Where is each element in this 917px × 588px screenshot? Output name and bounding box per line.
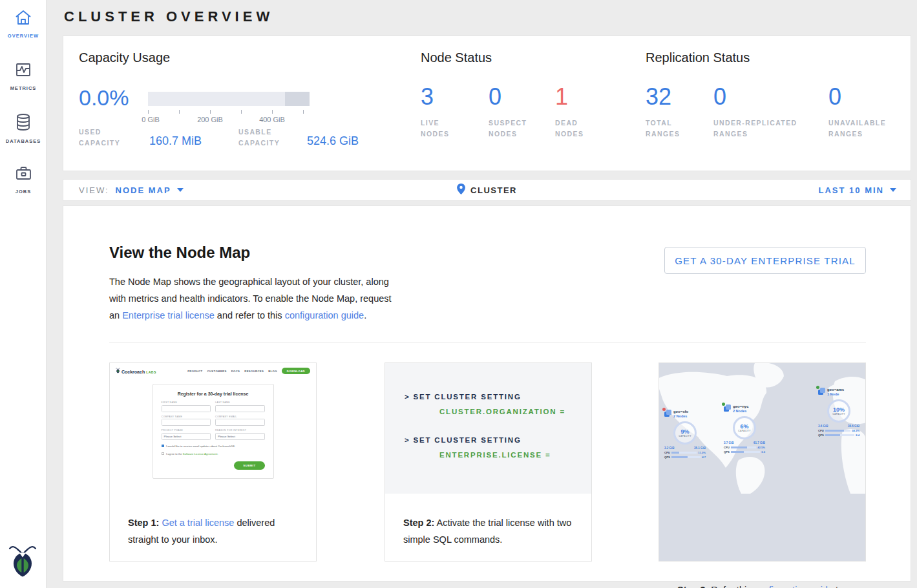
field-input	[162, 405, 211, 412]
step2-thumbnail: > SET CLUSTER SETTING CLUSTER.ORGANIZATI…	[385, 363, 591, 494]
time-range-value: LAST 10 MIN	[819, 185, 884, 195]
step-number: Step 3:	[677, 585, 708, 588]
field-select: Please Select	[162, 433, 211, 440]
field-label: FIRST NAME	[162, 401, 211, 404]
metrics-icon	[15, 61, 32, 81]
suspect-nodes-stat: 0 SUSPECT NODES	[489, 85, 527, 140]
capacity-gauge: 6% CAPACITY	[733, 416, 756, 439]
step2-caption: Step 2: Activate the trial license with …	[385, 494, 591, 548]
sidebar-item-jobs[interactable]: JOBS	[0, 165, 47, 194]
live-nodes-stat: 3 LIVE NODES	[421, 85, 449, 140]
locality-ams: geo=ams 1 Node 10% CAPACITY 3.6 GiB36.6 …	[818, 388, 859, 437]
capacity-bar-usable-segment	[148, 92, 285, 106]
page-title: CLUSTER OVERVIEW	[64, 8, 273, 25]
download-pill: DOWNLOAD	[282, 368, 310, 374]
jobs-icon	[15, 165, 32, 184]
field-label: PROJECT PHASE	[162, 429, 211, 432]
field-input	[162, 419, 211, 426]
sidebar-item-label: OVERVIEW	[8, 33, 39, 39]
axis-tick	[179, 110, 180, 114]
section-divider	[109, 342, 866, 342]
sidebar-item-label: JOBS	[16, 189, 31, 194]
section-heading: View the Node Map	[109, 244, 250, 262]
logo-suffix: LABS	[146, 370, 156, 374]
unavailable-ranges-label: UNAVAILABLE RANGES	[828, 118, 886, 140]
form-title: Register for a 30-day trial license	[162, 392, 265, 396]
cockroachdb-logo-icon	[8, 544, 37, 580]
node-status-title: Node Status	[421, 50, 492, 65]
sidebar-item-label: DATABASES	[6, 138, 41, 144]
locality-node-count: 1 Node	[827, 392, 844, 397]
axis-tick-label: 200 GiB	[187, 116, 233, 123]
checkbox-label: I would like to receive email updates ab…	[166, 445, 235, 448]
step3-caption: Step 3: Refer this configuration guide t…	[659, 561, 865, 588]
configuration-guide-link[interactable]: configuration guide	[285, 310, 364, 320]
sql-command-1: > SET CLUSTER SETTING	[405, 393, 591, 401]
axis-tick	[272, 110, 273, 114]
submit-pill: SUBMIT	[234, 461, 264, 470]
sidebar-item-metrics[interactable]: METRICS	[0, 61, 47, 91]
status-dot-green-icon	[816, 386, 819, 389]
sidebar-item-databases[interactable]: DATABASES	[0, 113, 47, 144]
trial-register-form: Register for a 30-day trial license FIRS…	[153, 384, 274, 479]
field-label: COMPANY EMAIL	[215, 415, 265, 418]
unavailable-ranges-value: 0	[828, 85, 886, 109]
mini-site-nav: PRODUCT CUSTOMERS DOCS RESOURCES BLOG DO…	[187, 368, 310, 374]
live-nodes-label: LIVE NODES	[421, 118, 449, 140]
dead-nodes-label: DEAD NODES	[555, 118, 584, 140]
under-replicated-ranges-stat: 0 UNDER-REPLICATED RANGES	[713, 85, 797, 140]
step3-node-map-thumbnail: geo=sfo 2 Nodes 9% CAPACITY 3.2 GiB35.1 …	[659, 363, 865, 561]
node-group-icon	[818, 388, 825, 395]
step-number: Step 1:	[128, 518, 159, 528]
step1-thumbnail: Cockroach LABS PRODUCT CUSTOMERS DOCS RE…	[110, 363, 316, 494]
time-range-dropdown[interactable]: LAST 10 MIN	[819, 185, 896, 195]
step3-card: geo=sfo 2 Nodes 9% CAPACITY 3.2 GiB35.1 …	[659, 362, 866, 562]
sidebar-item-label: METRICS	[10, 85, 37, 91]
cockroach-labs-logo: Cockroach LABS	[116, 368, 156, 374]
node-map-panel: View the Node Map The Node Map shows the…	[63, 205, 911, 582]
usable-capacity-label: USABLE CAPACITY	[238, 127, 280, 149]
view-selector-dropdown[interactable]: NODE MAP	[116, 185, 184, 195]
locality-name: geo=nyc	[733, 404, 749, 409]
node-group-icon	[664, 410, 671, 417]
enterprise-trial-button[interactable]: GET A 30-DAY ENTERPRISE TRIAL	[664, 247, 866, 274]
field-input	[215, 405, 265, 412]
checkbox-unchecked	[162, 452, 165, 456]
checkbox-label: I agree to the Software License Agreemen…	[166, 452, 218, 456]
locality-sfo: geo=sfo 2 Nodes 9% CAPACITY 3.2 GiB35.1 …	[664, 410, 706, 459]
field-select: Please Select	[215, 433, 265, 440]
locality-node-count: 2 Nodes	[673, 414, 688, 419]
usable-capacity-value: 524.6 GiB	[307, 134, 359, 148]
capacity-usage-title: Capacity Usage	[79, 50, 170, 65]
sidebar-item-overview[interactable]: OVERVIEW	[0, 9, 47, 39]
logo-text: Cockroach	[121, 370, 145, 374]
locality-node-count: 2 Nodes	[733, 409, 749, 414]
step1-caption: Step 1: Get a trial license delivered st…	[110, 494, 316, 548]
databases-icon	[16, 113, 31, 134]
sql-command-2: > SET CLUSTER SETTING	[405, 436, 591, 444]
nav-item: RESOURCES	[244, 370, 264, 373]
capacity-gauge: 9% CAPACITY	[673, 421, 697, 445]
sidebar: OVERVIEW METRICS DATABASES	[0, 0, 47, 588]
get-trial-license-link[interactable]: Get a trial license	[162, 518, 234, 528]
description-text: .	[364, 310, 366, 320]
step-number: Step 2:	[403, 518, 434, 528]
axis-tick-label: 400 GiB	[249, 116, 295, 123]
used-capacity-value: 160.7 MiB	[149, 134, 202, 148]
chevron-down-icon	[177, 188, 184, 192]
description-text: and refer to this	[215, 310, 285, 320]
axis-tick	[303, 110, 304, 114]
nav-item: DOCS	[231, 370, 240, 373]
unavailable-ranges-stat: 0 UNAVAILABLE RANGES	[828, 85, 886, 140]
sql-arg-1: CLUSTER.ORGANIZATION =	[439, 408, 591, 415]
status-dot-green-icon	[722, 403, 725, 406]
total-ranges-value: 32	[646, 85, 680, 109]
home-icon	[14, 9, 32, 28]
enterprise-trial-license-link[interactable]: Enterprise trial license	[122, 310, 215, 320]
field-label: LAST NAME	[215, 401, 265, 404]
configuration-guide-link[interactable]: configuration guide	[754, 585, 833, 588]
step2-card: > SET CLUSTER SETTING CLUSTER.ORGANIZATI…	[385, 362, 592, 562]
locality-nyc: geo=nyc 2 Nodes 6% CAPACITY 3.7 GiB61.7 …	[724, 404, 765, 454]
suspect-nodes-label: SUSPECT NODES	[489, 118, 527, 140]
chevron-down-icon	[890, 188, 896, 192]
